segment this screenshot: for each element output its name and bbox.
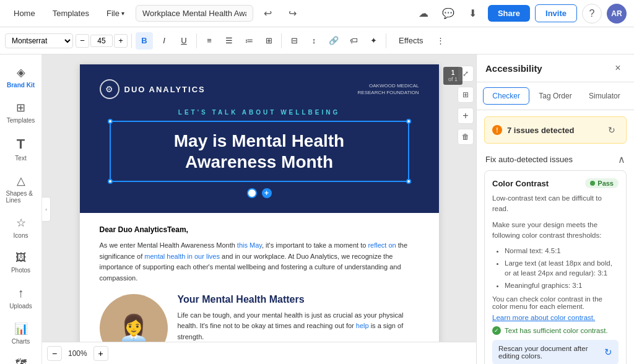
underline-button[interactable]: U [175, 32, 193, 50]
sidebar-item-shapes[interactable]: △ Shapes & Lines [2, 169, 40, 209]
photos-icon: 🖼 [15, 251, 27, 264]
formatting-toolbar: Montserrat − + B I U ≡ ☰ ≔ ⊞ ⊟ ↕ 🔗 🏷 ✦ E… [0, 27, 634, 54]
chevron-down-icon: ▾ [121, 10, 124, 17]
canvas-scroll[interactable]: 1 of 1 ⤢ ⊞ + 🗑 ‹ ⚙ DUO [42, 54, 476, 364]
grid-button[interactable]: ⊞ [458, 87, 474, 103]
charts-icon: 📊 [14, 322, 28, 336]
handle-left[interactable] [247, 188, 257, 198]
align-center-button[interactable]: ☰ [220, 32, 238, 50]
sidebar-item-label: Icons [14, 232, 28, 239]
sidebar-item-label: Templates [7, 117, 35, 124]
sidebar-item-uploads[interactable]: ↑ Uploads [2, 281, 40, 314]
selection-handles: + [100, 188, 419, 198]
newsletter-title-line2: Awareness Month [126, 152, 393, 173]
person-image-placeholder: 👩‍💼 [118, 313, 149, 342]
card-note: You can check color contrast in the colo… [492, 295, 619, 310]
share-button[interactable]: Share [488, 5, 530, 22]
effects-button[interactable]: Effects [393, 33, 430, 48]
list-item: Normal text: 4.5:1 [505, 246, 619, 256]
align-left-button[interactable]: ≡ [201, 32, 218, 50]
canvas-area: 1 of 1 ⤢ ⊞ + 🗑 ‹ ⚙ DUO [42, 54, 476, 364]
maps-icon: 🗺 [15, 357, 27, 364]
font-size-input[interactable] [90, 35, 113, 47]
font-family-select[interactable]: Montserrat [5, 33, 73, 48]
animation-button[interactable]: ✦ [365, 32, 382, 50]
bold-button[interactable]: B [136, 32, 153, 50]
download-icon[interactable]: ⬇ [463, 4, 483, 24]
font-size-decrease-button[interactable]: − [76, 34, 89, 48]
sidebar-item-label: Charts [12, 338, 30, 345]
learn-more-link[interactable]: Learn more about color contrast. [492, 314, 619, 321]
font-size-control: − + [76, 34, 128, 48]
zoom-in-button[interactable]: + [93, 346, 108, 361]
font-size-increase-button[interactable]: + [114, 34, 128, 48]
sidebar-item-photos[interactable]: 🖼 Photos [2, 246, 40, 279]
sidebar-item-icons[interactable]: ☆ Icons [2, 211, 40, 244]
collapse-fix-button[interactable]: ∧ [618, 154, 625, 165]
collapse-left-panel[interactable]: ‹ [42, 197, 51, 222]
brand-kit-icon: ◈ [17, 66, 25, 79]
tab-tag-order[interactable]: Tag Order [532, 87, 578, 105]
issues-count-text: 7 issues detected [507, 126, 600, 135]
icons-icon: ☆ [16, 216, 26, 230]
link-button[interactable]: 🔗 [325, 32, 342, 50]
pass-label: Pass [597, 180, 614, 187]
divider-1 [131, 33, 132, 48]
newsletter-section-title: Your Mental Health Matters [178, 294, 419, 305]
cloud-icon[interactable]: ☁ [414, 4, 433, 24]
sidebar-item-label: Uploads [9, 303, 32, 310]
pass-badge: Pass [585, 178, 619, 188]
sidebar-item-maps[interactable]: 🗺 Maps [2, 352, 40, 364]
invite-button[interactable]: Invite [535, 4, 577, 22]
corner-br [406, 179, 411, 184]
panel-title: Accessibility [485, 63, 542, 74]
add-page-button[interactable]: + [458, 108, 474, 124]
undo-button[interactable]: ↩ [258, 4, 278, 24]
rescan-icon[interactable]: ↻ [604, 347, 612, 358]
align-options-button[interactable]: ⊟ [285, 32, 303, 50]
divider-2 [196, 33, 197, 48]
pass-dot [590, 181, 595, 186]
zoom-out-button[interactable]: − [47, 346, 62, 361]
label-button[interactable]: 🏷 [345, 32, 362, 50]
canvas-panel: ⚙ DUO ANALYTICS OAKWOOD MEDICAL RESEARCH… [80, 64, 439, 364]
uploads-icon: ↑ [18, 286, 24, 300]
fix-section: Fix auto-detected issues ∧ [477, 150, 634, 170]
contrast-requirements-list: Normal text: 4.5:1 Large text (at least … [492, 246, 619, 290]
redo-button[interactable]: ↪ [283, 4, 303, 24]
sidebar-item-charts[interactable]: 📊 Charts [2, 317, 40, 350]
delete-page-button[interactable]: 🗑 [458, 129, 474, 145]
tab-checker[interactable]: Checker [483, 87, 529, 105]
sidebar-item-brand-kit[interactable]: ◈ Brand Kit [2, 61, 40, 93]
shapes-icon: △ [17, 174, 25, 188]
nav-home[interactable]: Home [7, 6, 41, 20]
corner-tr [406, 119, 411, 124]
indent-button[interactable]: ⊞ [260, 32, 277, 50]
text-icon: T [17, 136, 25, 152]
help-button[interactable]: ? [582, 4, 602, 24]
document-title-input[interactable] [136, 5, 253, 22]
italic-button[interactable]: I [155, 32, 173, 50]
color-contrast-card: Color Contrast Pass Low-contrast text ca… [484, 170, 627, 364]
list-button[interactable]: ≔ [240, 32, 258, 50]
spacing-button[interactable]: ↕ [305, 32, 323, 50]
sidebar-item-label: Photos [11, 267, 30, 274]
nav-templates[interactable]: Templates [46, 6, 95, 20]
panel-close-button[interactable]: × [610, 61, 625, 76]
nav-file[interactable]: File ▾ [100, 6, 131, 20]
sidebar-item-text[interactable]: T Text [2, 131, 40, 167]
sufficient-message: ✓ Text has sufficient color contrast. [492, 326, 619, 335]
divider-3 [281, 33, 282, 48]
card-header: Color Contrast Pass [492, 178, 619, 188]
avatar[interactable]: AR [607, 4, 627, 24]
more-options-button[interactable]: ⋮ [432, 32, 449, 50]
sidebar-item-templates[interactable]: ⊞ Templates [2, 96, 40, 129]
newsletter-paragraph: As we enter Mental Health Awareness Mont… [100, 240, 419, 284]
handle-right[interactable]: + [262, 188, 272, 198]
comment-icon[interactable]: 💬 [438, 4, 458, 24]
logo-left: ⚙ DUO ANALYTICS [100, 79, 206, 99]
panel-content: Color Contrast Pass Low-contrast text ca… [477, 170, 634, 364]
refresh-issues-button[interactable]: ↻ [605, 123, 619, 137]
tab-simulator[interactable]: Simulator [581, 87, 628, 105]
newsletter-subtitle: LET'S TALK ABOUT WELLBEING [100, 109, 419, 116]
